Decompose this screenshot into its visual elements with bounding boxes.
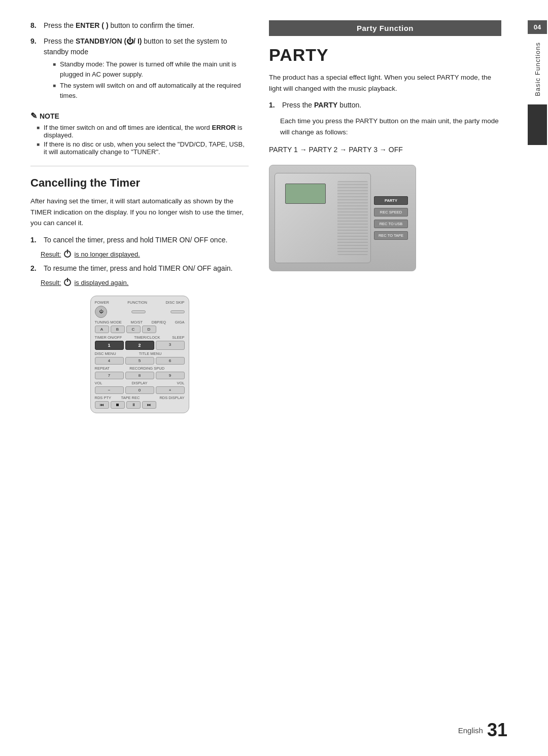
footer-language: English xyxy=(458,726,483,735)
footer: English 31 xyxy=(458,719,507,741)
cancelling-intro: After having set the timer, it will star… xyxy=(30,196,249,229)
device-panel-buttons: PARTY REC SPEED REC TO USB REC TO TAPE xyxy=(374,196,408,240)
note-bullet-icon-1: ■ xyxy=(37,125,40,130)
btn-b: B xyxy=(111,326,125,333)
step9-bullet-2: ■ The system will switch on and off auto… xyxy=(53,81,249,100)
btn-d: D xyxy=(142,326,156,333)
party-intro: The product has a special effect light. … xyxy=(269,72,501,94)
right-column: Party Function PARTY The product has a s… xyxy=(264,20,501,736)
device-screen xyxy=(285,184,326,204)
party-step1-detail: Each time you press the PARTY button on … xyxy=(280,116,501,137)
btn-4: 4 xyxy=(95,357,124,365)
cancel-result-2: Result: is displayed again. xyxy=(41,279,249,286)
function-btn xyxy=(131,310,146,313)
step8-bold: ENTER ( ) xyxy=(76,21,109,29)
section-divider xyxy=(30,166,249,166)
row-456: 4 5 6 xyxy=(95,357,185,365)
btn-1: 1 xyxy=(95,341,124,350)
party-sequence: PARTY 1 → PARTY 2 → PARTY 3 → OFF xyxy=(269,143,501,156)
row-minus-0-plus: − 0 + xyxy=(95,386,185,394)
note-title: ✎ NOTE xyxy=(30,111,249,121)
btn-stop: ⏹ xyxy=(111,401,125,409)
rec-to-usb-button: REC TO USB xyxy=(374,220,408,228)
power-symbol-2 xyxy=(64,279,71,286)
btn-a: A xyxy=(95,326,109,333)
remote-top-labels: POWER FUNCTION DISC SKIP xyxy=(95,300,185,305)
btn-3: 3 xyxy=(156,341,185,350)
error-bold: ERROR xyxy=(212,124,235,131)
note-bullet-icon-2: ■ xyxy=(37,141,40,147)
btn-0: 0 xyxy=(125,386,154,394)
bullet-icon-1: ■ xyxy=(53,60,56,68)
step-9: 9. Press the STANDBY/ON (⏻/ I) button to… xyxy=(30,36,249,102)
note-bullet-2: ■ If there is no disc or usb, when you s… xyxy=(37,140,249,156)
chapter-number: 04 xyxy=(528,20,547,34)
note-bullet-1: ■ If the timer switch on and off times a… xyxy=(37,124,249,139)
cancelling-heading: Cancelling the Timer xyxy=(30,176,249,190)
btn-6: 6 xyxy=(156,357,185,365)
page-number: 31 xyxy=(487,719,507,741)
timer-labels: TIMER ON/OFF TIMER/CLOCK SLEEP xyxy=(95,335,185,340)
left-column: 8. Press the ENTER ( ) button to confirm… xyxy=(30,20,264,736)
btn-prev: ⏮ xyxy=(95,401,109,409)
disc-skip-btn xyxy=(170,310,185,313)
remote-mode-labels: TUNING MODE MO/ST DBP/EQ GIGA xyxy=(95,320,185,325)
section-header-bar: Party Function xyxy=(269,20,501,36)
device-image: PARTY REC SPEED REC TO USB REC TO TAPE xyxy=(269,165,416,271)
cancel-step-1: 1. To cancel the timer, press and hold T… xyxy=(30,235,249,245)
step-8: 8. Press the ENTER ( ) button to confirm… xyxy=(30,20,249,31)
btn-8: 8 xyxy=(125,372,154,379)
transport-labels: RDS PTY TAPE REC RDS DISPLAY xyxy=(95,395,185,400)
btn-2: 2 xyxy=(125,341,154,350)
note-icon: ✎ xyxy=(30,111,37,121)
row-789: 7 8 9 xyxy=(95,372,185,379)
step9-bullet-1: ■ Standby mode: The power is turned off … xyxy=(53,59,249,79)
btn-5: 5 xyxy=(125,357,154,365)
rec-to-tape-button: REC TO TAPE xyxy=(374,231,408,240)
cancel-step-2: 2. To resume the timer, press and hold T… xyxy=(30,263,249,274)
bullet-icon-2: ■ xyxy=(53,82,56,89)
btn-next: ⏭ xyxy=(142,401,156,409)
sidebar-block xyxy=(528,104,547,145)
party-button: PARTY xyxy=(374,196,408,205)
remote-image: POWER FUNCTION DISC SKIP ⏻ TUNING MODE M… xyxy=(30,296,249,413)
transport-row: ⏮ ⏹ ⏸ ⏭ xyxy=(95,401,185,409)
note-bullets: ■ If the timer switch on and off times a… xyxy=(37,124,249,156)
chapter-title: Basic Functions xyxy=(534,38,541,100)
note-section: ✎ NOTE ■ If the timer switch on and off … xyxy=(30,111,249,156)
step9-bold: STANDBY/ON (⏻/ I) xyxy=(76,37,142,45)
device-body xyxy=(275,173,371,263)
btn-c: C xyxy=(126,326,141,333)
power-btn: ⏻ xyxy=(95,306,107,318)
party-btn-label: PARTY xyxy=(314,101,337,109)
btn-pause: ⏸ xyxy=(126,401,141,409)
power-symbol-1 xyxy=(64,250,71,258)
btn-minus: − xyxy=(95,386,124,394)
btn-9: 9 xyxy=(156,372,185,379)
remote-control-diagram: POWER FUNCTION DISC SKIP ⏻ TUNING MODE M… xyxy=(90,296,189,413)
sidebar-tab: 04 Basic Functions xyxy=(527,0,548,756)
party-step-1: 1. Press the PARTY button. xyxy=(269,100,501,111)
vol-display-labels: VOL DISPLAY VOL xyxy=(95,381,185,385)
disc-title-labels: DISC MENU TITLE MENU xyxy=(95,351,185,356)
abcd-row: A B C D xyxy=(95,326,185,333)
remote-power-row: ⏻ xyxy=(95,306,185,318)
cancel-result-1: Result: is no longer displayed. xyxy=(41,250,249,258)
party-heading: PARTY xyxy=(269,45,501,65)
rec-speed-button: REC SPEED xyxy=(374,208,408,217)
speaker-grille xyxy=(337,181,368,255)
row-123: 1 2 3 xyxy=(95,341,185,350)
btn-plus: + xyxy=(156,386,185,394)
btn-7: 7 xyxy=(95,372,124,379)
repeat-rec-labels: REPEAT RECORDING SPUD xyxy=(95,366,185,371)
step9-bullets: ■ Standby mode: The power is turned off … xyxy=(53,59,249,100)
